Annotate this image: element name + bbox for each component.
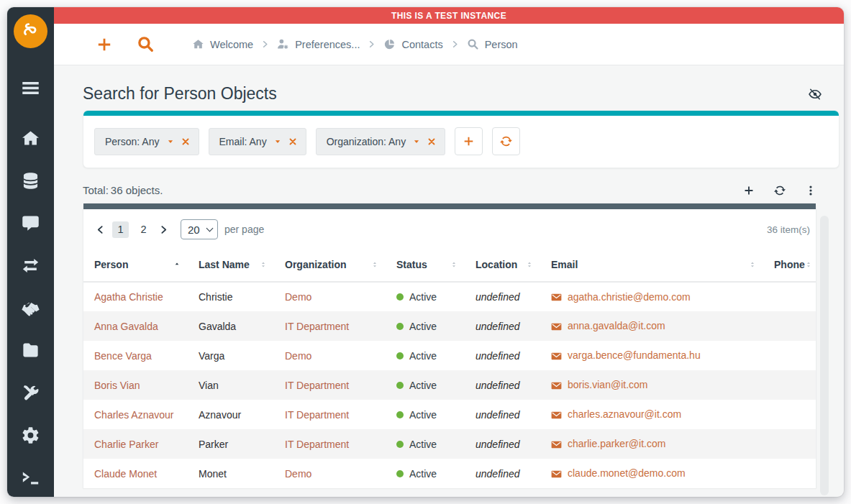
organization-link[interactable]: IT Department [285, 409, 349, 421]
email-link[interactable]: charles.aznavour@it.com [568, 408, 681, 420]
refresh-icon[interactable] [774, 185, 786, 196]
per-page-label: per page [224, 224, 264, 235]
person-link[interactable]: Anna Gavalda [94, 321, 158, 332]
results-panel: 12 20 per page 36 item(s) Perso [83, 203, 816, 488]
sidebar-item-data-model[interactable] [7, 160, 54, 202]
terminal-icon [21, 468, 40, 487]
person-link[interactable]: Claude Monet [94, 468, 157, 480]
filter-pill[interactable]: Person: Any [94, 128, 199, 155]
email-link[interactable]: agatha.christie@demo.com [568, 291, 691, 303]
page-number-2[interactable]: 2 [135, 221, 152, 238]
kebab-menu-icon[interactable] [805, 185, 816, 196]
last-name-cell: Gavalda [199, 321, 236, 332]
column-header-person[interactable]: Person [83, 249, 188, 282]
per-page-select[interactable]: 20 [181, 219, 218, 239]
panel-accent-bar [83, 111, 839, 116]
status-dot [396, 323, 404, 330]
caret-down-icon [274, 138, 281, 145]
home-icon [21, 129, 40, 148]
table-row[interactable]: Charlie ParkerParkerIT DepartmentActiveu… [83, 429, 816, 459]
refresh-search-button[interactable] [492, 127, 520, 155]
column-header-location[interactable]: Location [465, 249, 540, 282]
sidebar-item-configuration[interactable] [7, 372, 54, 414]
status-cell: Active [396, 468, 437, 480]
breadcrumb-item-contacts[interactable]: Contacts [383, 38, 442, 50]
status-cell: Active [396, 321, 437, 332]
column-label: Email [551, 259, 578, 270]
organization-link[interactable]: Demo [285, 468, 311, 480]
column-header-email[interactable]: Email [540, 249, 763, 282]
filter-bar: Person: AnyEmail: AnyOrganization: Any [83, 116, 839, 168]
organization-link[interactable]: Demo [285, 291, 311, 303]
status-text: Active [409, 409, 437, 421]
sidebar-item-console[interactable] [7, 457, 54, 497]
email-link[interactable]: claude.monet@demo.com [568, 467, 686, 479]
table-row[interactable]: Claude MonetMonetDemoActiveundefinedclau… [83, 459, 816, 488]
column-header-last-name[interactable]: Last Name [188, 249, 274, 282]
table-row[interactable]: Bence VargaVargaDemoActiveundefinedvarga… [83, 341, 816, 370]
column-header-organization[interactable]: Organization [274, 249, 386, 282]
column-header-status[interactable]: Status [386, 249, 465, 282]
person-link[interactable]: Charles Aznavour [94, 409, 174, 421]
pagination-bar: 12 20 per page 36 item(s) [83, 209, 816, 247]
envelope-icon [551, 321, 562, 332]
sidebar-item-helpdesk[interactable] [7, 287, 54, 329]
prev-page-button[interactable] [96, 225, 105, 234]
scrollbar[interactable] [820, 216, 829, 495]
organization-link[interactable]: Demo [285, 350, 311, 362]
items-count: 36 item(s) [767, 224, 810, 235]
email-link[interactable]: anna.gavalda@it.com [568, 320, 665, 331]
table-row[interactable]: Boris VianVianIT DepartmentActiveundefin… [83, 370, 816, 400]
table-row[interactable]: Agatha ChristieChristieDemoActiveundefin… [83, 282, 816, 311]
sidebar-item-admin-settings[interactable] [7, 414, 54, 457]
sidebar-item-home[interactable] [7, 117, 54, 160]
page-number-1[interactable]: 1 [112, 221, 129, 238]
sidebar-item-requests[interactable] [7, 202, 54, 244]
eye-slash-icon[interactable] [808, 87, 822, 101]
table-row[interactable]: Anna GavaldaGavaldaIT DepartmentActiveun… [83, 311, 816, 341]
last-name-cell: Varga [199, 350, 224, 362]
person-link[interactable]: Bence Varga [94, 350, 152, 362]
breadcrumb-item-person[interactable]: Person [467, 38, 518, 50]
filter-pill[interactable]: Organization: Any [316, 128, 446, 155]
search-icon [137, 35, 155, 53]
person-link[interactable]: Boris Vian [94, 380, 140, 391]
organization-link[interactable]: IT Department [285, 321, 349, 332]
sidebar-item-menu-toggle[interactable] [7, 67, 54, 109]
filter-pill[interactable]: Email: Any [209, 128, 306, 155]
breadcrumb-label: Welcome [210, 39, 253, 50]
quick-create-button[interactable] [96, 36, 113, 53]
close-icon [181, 137, 190, 146]
person-link[interactable]: Agatha Christie [94, 291, 163, 303]
sidebar-item-changes[interactable] [7, 244, 54, 287]
organization-link[interactable]: IT Department [285, 380, 349, 391]
status-dot [396, 293, 404, 301]
itop-logo[interactable] [14, 14, 47, 48]
sidebar-item-documents[interactable] [7, 329, 54, 372]
global-search-button[interactable] [137, 35, 155, 53]
column-header-phone[interactable]: Phone [763, 249, 816, 282]
total-value: 36 objects. [111, 184, 163, 196]
email-link[interactable]: varga.bence@fundamenta.hu [568, 349, 701, 361]
status-dot [396, 411, 404, 418]
table-row[interactable]: Charles AznavourAznavourIT DepartmentAct… [83, 400, 816, 429]
add-criterion-button[interactable] [455, 127, 483, 155]
column-label: Phone [774, 259, 805, 270]
breadcrumb-item-welcome[interactable]: Welcome [192, 38, 253, 50]
person-link[interactable]: Charlie Parker [94, 439, 158, 450]
next-page-button[interactable] [159, 225, 168, 234]
test-instance-banner: THIS IS A TEST INSTANCE [54, 7, 844, 24]
status-text: Active [409, 439, 437, 450]
page-title: Search for Person Objects [83, 84, 277, 104]
organization-link[interactable]: IT Department [285, 439, 349, 450]
filter-label: Person: Any [105, 136, 160, 147]
status-text: Active [409, 291, 437, 303]
sidebar-menu [7, 67, 54, 497]
location-cell: undefined [475, 409, 520, 421]
breadcrumb-item-preferences[interactable]: Preferences... [277, 38, 360, 50]
email-link[interactable]: charlie.parker@it.com [568, 438, 665, 449]
email-link[interactable]: boris.vian@it.com [568, 379, 647, 390]
add-object-icon[interactable] [743, 185, 755, 196]
status-dot [396, 352, 404, 359]
sort-asc-icon [173, 260, 181, 270]
